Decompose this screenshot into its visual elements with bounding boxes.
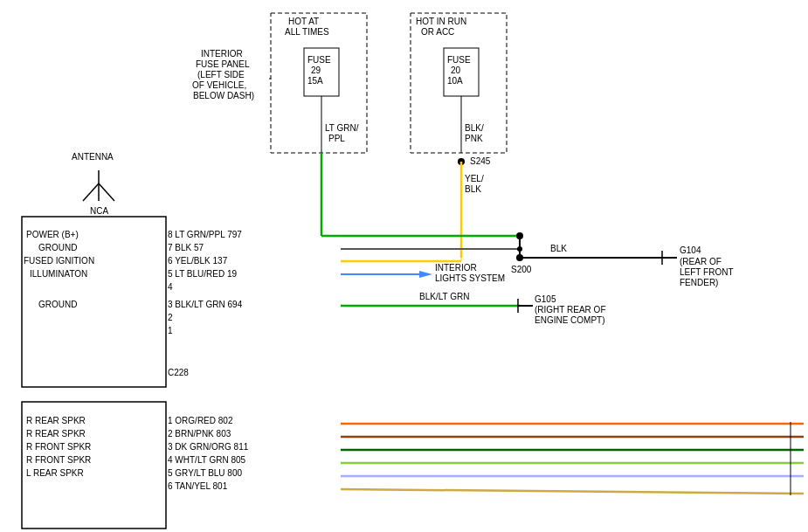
svg-text:15A: 15A	[307, 76, 323, 86]
svg-text:R REAR SPKR: R REAR SPKR	[26, 429, 86, 439]
svg-text:S245: S245	[470, 156, 491, 166]
svg-line-33	[99, 183, 114, 201]
svg-text:2  BRN/PNK       803: 2 BRN/PNK 803	[168, 429, 231, 439]
svg-text:BLK: BLK	[550, 244, 567, 253]
svg-text:3  BLK/LT GRN    694: 3 BLK/LT GRN 694	[168, 300, 243, 309]
svg-text:L REAR SPKR: L REAR SPKR	[26, 468, 84, 478]
svg-text:1  ORG/RED       802: 1 ORG/RED 802	[168, 416, 233, 425]
svg-text:ILLUMINATON: ILLUMINATON	[30, 269, 87, 279]
svg-text:INTERIOR: INTERIOR	[435, 263, 477, 273]
svg-text:6  TAN/YEL       801: 6 TAN/YEL 801	[168, 481, 228, 491]
svg-text:ENGINE COMPT): ENGINE COMPT)	[535, 315, 605, 325]
svg-text:5  GRY/LT BLU    800: 5 GRY/LT BLU 800	[168, 468, 242, 478]
svg-text:ANTENNA: ANTENNA	[72, 152, 114, 162]
svg-text:LEFT FRONT: LEFT FRONT	[680, 267, 733, 277]
svg-text:G105: G105	[535, 294, 556, 304]
svg-marker-71	[419, 271, 432, 278]
svg-text:(LEFT SIDE: (LEFT SIDE	[197, 70, 245, 79]
svg-text:INTERIOR: INTERIOR	[201, 49, 243, 59]
svg-text:OF VEHICLE,: OF VEHICLE,	[192, 80, 246, 90]
wiring-diagram: HOT AT ALL TIMES HOT IN RUN OR ACC INTER…	[0, 0, 808, 532]
svg-text:BLK: BLK	[465, 184, 481, 194]
svg-text:4: 4	[168, 282, 173, 292]
svg-text:BELOW DASH): BELOW DASH)	[193, 91, 254, 100]
svg-text:3  DK GRN/ORG    811: 3 DK GRN/ORG 811	[168, 442, 249, 452]
svg-text:10A: 10A	[447, 76, 463, 86]
svg-text:BLK/: BLK/	[465, 123, 484, 133]
svg-point-67	[517, 246, 522, 252]
svg-text:FUSE: FUSE	[447, 55, 471, 65]
svg-text:1: 1	[168, 326, 173, 335]
svg-text:R FRONT SPKR: R FRONT SPKR	[26, 455, 91, 465]
svg-text:LIGHTS SYSTEM: LIGHTS SYSTEM	[435, 273, 505, 283]
svg-text:FUSE: FUSE	[307, 55, 331, 65]
wiring-svg: HOT AT ALL TIMES HOT IN RUN OR ACC INTER…	[0, 0, 808, 532]
svg-text:GROUND: GROUND	[38, 243, 77, 252]
svg-text:PPL: PPL	[328, 134, 345, 143]
svg-text:HOT IN RUN: HOT IN RUN	[416, 17, 466, 26]
svg-text:4  WHT/LT GRN    805: 4 WHT/LT GRN 805	[168, 455, 246, 465]
svg-text:POWER (B+): POWER (B+)	[26, 230, 79, 239]
svg-text:C228: C228	[168, 368, 189, 377]
svg-text:FUSED IGNITION: FUSED IGNITION	[24, 256, 94, 266]
svg-text:PNK: PNK	[465, 134, 483, 143]
svg-text:7  BLK           57: 7 BLK 57	[168, 243, 204, 252]
svg-text:FUSE PANEL: FUSE PANEL	[196, 59, 250, 69]
svg-text:LT GRN/: LT GRN/	[325, 123, 359, 133]
svg-text:ALL TIMES: ALL TIMES	[285, 27, 329, 37]
svg-text:NCA: NCA	[90, 206, 108, 216]
svg-text:20: 20	[451, 66, 461, 75]
svg-text:HOT AT: HOT AT	[288, 17, 319, 26]
svg-text:G104: G104	[680, 245, 701, 255]
svg-text:29: 29	[311, 66, 321, 75]
svg-text:(RIGHT REAR OF: (RIGHT REAR OF	[535, 305, 605, 314]
svg-text:OR ACC: OR ACC	[421, 27, 454, 37]
svg-text:FENDER): FENDER)	[680, 278, 718, 287]
svg-text:8  LT GRN/PPL    797: 8 LT GRN/PPL 797	[168, 230, 242, 239]
svg-text:BLK/LT GRN: BLK/LT GRN	[419, 292, 469, 301]
svg-text:5  LT BLU/RED    19: 5 LT BLU/RED 19	[168, 269, 238, 279]
svg-text:GROUND: GROUND	[38, 300, 77, 309]
svg-text:YEL/: YEL/	[465, 174, 484, 183]
svg-line-98	[341, 489, 804, 494]
svg-text:2: 2	[168, 313, 173, 322]
svg-text:R FRONT SPKR: R FRONT SPKR	[26, 442, 91, 452]
svg-line-32	[83, 183, 99, 201]
svg-text:R REAR SPKR: R REAR SPKR	[26, 416, 86, 425]
svg-text:S200: S200	[511, 265, 532, 274]
svg-text:6  YEL/BLK       137: 6 YEL/BLK 137	[168, 256, 228, 266]
svg-text:(REAR OF: (REAR OF	[680, 257, 722, 266]
